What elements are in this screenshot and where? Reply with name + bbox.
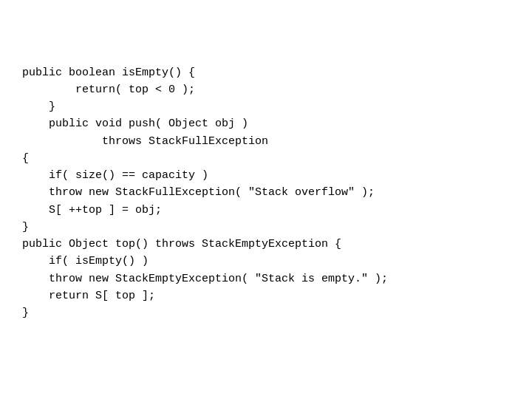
code-block: public boolean isEmpty() { return( top <… bbox=[0, 0, 410, 369]
code-content: public boolean isEmpty() { return( top <… bbox=[22, 64, 388, 322]
